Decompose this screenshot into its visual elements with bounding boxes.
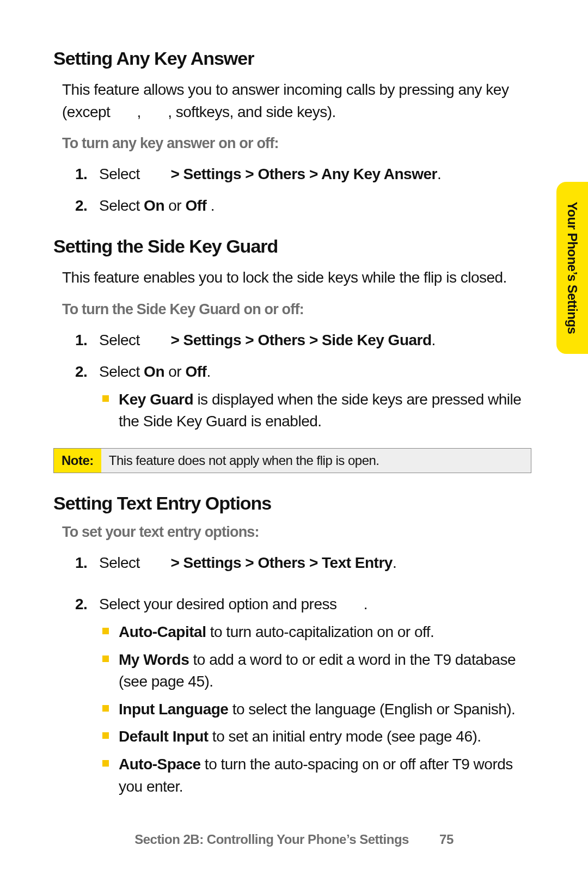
step-1: 1. Select > Settings > Others > Text Ent… [75,552,531,574]
step-1: 1. Select > Settings > Others > Side Key… [75,329,531,352]
steps-list: 1. Select > Settings > Others > Any Key … [75,163,531,217]
intro-text: This feature enables you to lock the sid… [62,267,531,289]
option-item: Auto-Capital to turn auto-capitalization… [99,621,531,644]
intro-text: This feature allows you to answer incomi… [62,79,531,123]
option-item: My Words to add a word to or edit a word… [99,649,531,693]
section-text-entry-options: Setting Text Entry Options To set your t… [53,493,531,798]
sub-heading: To turn the Side Key Guard on or off: [62,301,531,318]
section-tab: Your Phone’s Settings [556,182,588,354]
note-box: Note: This feature does not apply when t… [53,448,531,473]
step-1: 1. Select > Settings > Others > Any Key … [75,163,531,186]
option-item: Input Language to select the language (E… [99,699,531,721]
option-item: Auto-Space to turn the auto-spacing on o… [99,754,531,798]
sub-heading: To set your text entry options: [62,524,531,541]
page-footer: Section 2B: Controlling Your Phone’s Set… [0,832,588,847]
step-2: 2. Select your desired option and press … [75,593,531,798]
section-side-key-guard: Setting the Side Key Guard This feature … [53,236,531,473]
step-2: 2. Select On or Off. Key Guard is displa… [75,360,531,433]
heading: Setting Any Key Answer [53,48,531,69]
manual-page: Your Phone’s Settings Setting Any Key An… [0,0,588,882]
heading: Setting Text Entry Options [53,493,531,514]
section-any-key-answer: Setting Any Key Answer This feature allo… [53,48,531,217]
steps-list: 1. Select > Settings > Others > Text Ent… [75,552,531,798]
option-item: Default Input to set an initial entry mo… [99,726,531,748]
section-tab-label: Your Phone’s Settings [565,202,580,334]
footer-section-label: Section 2B: Controlling Your Phone’s Set… [134,832,409,847]
steps-list: 1. Select > Settings > Others > Side Key… [75,329,531,433]
sub-bullets: Key Guard is displayed when the side key… [99,389,531,433]
note-text: This feature does not apply when the fli… [101,449,531,473]
page-number: 75 [439,832,454,847]
sub-heading: To turn any key answer on or off: [62,135,531,152]
bullet-item: Key Guard is displayed when the side key… [99,389,531,433]
note-label: Note: [54,449,101,473]
options-list: Auto-Capital to turn auto-capitalization… [99,621,531,798]
heading: Setting the Side Key Guard [53,236,531,257]
step-2: 2. Select On or Off . [75,194,531,217]
